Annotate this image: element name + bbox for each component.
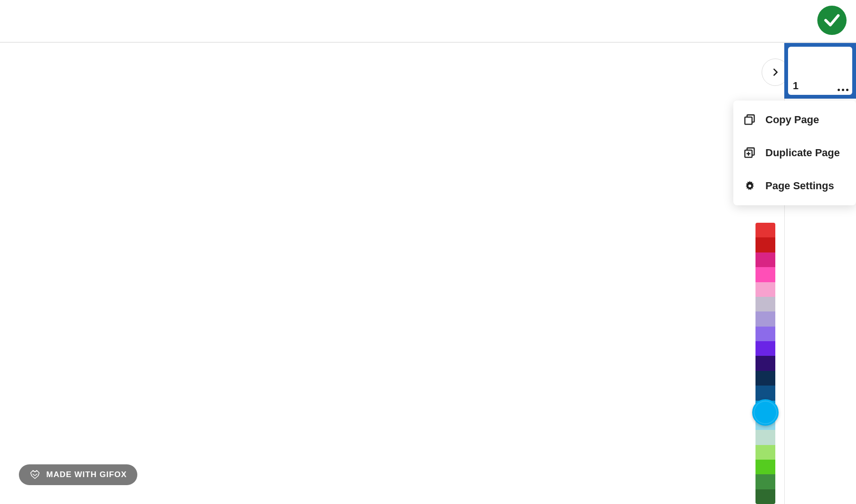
menu-item-duplicate-page[interactable]: Duplicate Page [733,136,856,169]
color-segment [755,356,775,370]
duplicate-icon [743,146,756,160]
page-thumbnail-1[interactable]: 1 [784,43,856,99]
dots-icon [846,89,848,91]
menu-item-label: Duplicate Page [765,147,840,159]
menu-item-copy-page[interactable]: Copy Page [733,103,856,136]
top-toolbar [0,0,856,42]
chevron-right-icon [770,67,780,77]
color-segment [755,223,775,237]
check-icon [822,11,841,30]
color-segment [755,371,775,386]
color-segment [755,267,775,282]
svg-rect-1 [745,117,752,124]
page-number-label: 1 [793,80,798,92]
watermark-badge: MADE WITH GIFOX [19,464,137,485]
color-segment [755,445,775,460]
color-slider-track [755,223,775,504]
page-thumbnail-preview: 1 [788,47,852,95]
color-segment [755,237,775,252]
color-segment [755,327,775,341]
color-segment [755,297,775,311]
dots-icon [842,89,844,91]
success-badge [817,6,847,35]
menu-item-label: Page Settings [765,180,834,192]
color-segment [755,341,775,356]
page-context-menu: Copy Page Duplicate Page Page Settings [733,101,856,205]
copy-icon [743,113,756,126]
dots-icon [838,89,840,91]
color-segment [755,311,775,326]
svg-point-7 [748,185,751,187]
color-segment [755,460,775,474]
color-hue-slider[interactable] [755,223,775,504]
color-segment [755,430,775,445]
color-segment [755,252,775,267]
color-segment [755,489,775,504]
color-segment [755,474,775,489]
menu-item-page-settings[interactable]: Page Settings [733,169,856,202]
color-slider-handle[interactable] [752,399,779,426]
color-segment [755,386,775,400]
gifox-icon [29,469,41,480]
canvas-area[interactable] [0,43,856,504]
page-thumbnail-menu-button[interactable] [838,89,848,91]
watermark-text: MADE WITH GIFOX [46,470,127,479]
color-segment [755,282,775,297]
menu-item-label: Copy Page [765,114,819,126]
gear-icon [743,179,756,193]
